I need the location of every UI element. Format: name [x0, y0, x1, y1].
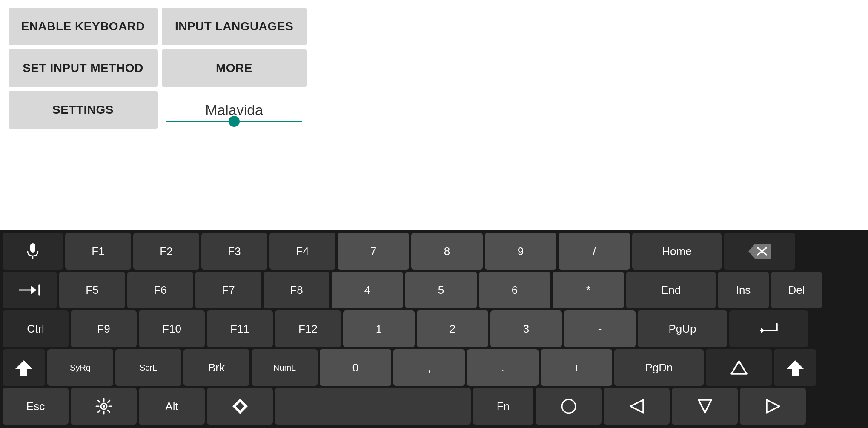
num6-key[interactable]: 6 [479, 272, 550, 308]
f8-key[interactable]: F8 [264, 272, 329, 308]
shift-left-key[interactable] [3, 349, 45, 386]
ctrl-key[interactable]: Ctrl [3, 310, 69, 347]
num5-key[interactable]: 5 [405, 272, 477, 308]
triangle-up-key[interactable] [706, 349, 772, 386]
triangle-left-key[interactable] [604, 388, 670, 425]
circle-key[interactable] [536, 388, 602, 425]
comma-key[interactable]: , [393, 349, 465, 386]
keyboard-row-3: Ctrl F9 F10 F11 F12 1 2 3 - PgUp [3, 310, 865, 347]
pgdn-key[interactable]: PgDn [614, 349, 704, 386]
svg-marker-32 [767, 400, 779, 413]
f12-key[interactable]: F12 [275, 310, 341, 347]
f4-key[interactable]: F4 [269, 233, 335, 270]
triangle-down-key[interactable] [672, 388, 738, 425]
num9-key[interactable]: 9 [485, 233, 556, 270]
svg-line-26 [98, 410, 100, 412]
num0-label: 0 [352, 361, 358, 374]
circle-icon [560, 398, 577, 415]
svg-marker-31 [699, 400, 711, 413]
mic-icon [26, 243, 40, 259]
num7-key[interactable]: 7 [338, 233, 409, 270]
shift-right-key[interactable] [774, 349, 816, 386]
num7-label: 7 [370, 245, 376, 258]
num0-key[interactable]: 0 [320, 349, 391, 386]
brk-key[interactable]: Brk [183, 349, 249, 386]
syrq-key[interactable]: SyRq [47, 349, 113, 386]
alt-label: Alt [165, 400, 178, 413]
pgup-key[interactable]: PgUp [638, 310, 727, 347]
settings-button[interactable]: SETTINGS [9, 91, 158, 129]
numl-key[interactable]: NumL [252, 349, 318, 386]
backspace-key[interactable] [724, 233, 795, 270]
keyboard-row-4: SyRq ScrL Brk NumL 0 , . + PgDn [3, 349, 865, 386]
svg-marker-30 [630, 400, 643, 413]
triangle-right-icon [765, 398, 781, 414]
scrl-key[interactable]: ScrL [115, 349, 181, 386]
scrl-label: ScrL [140, 363, 157, 373]
f10-key[interactable]: F10 [139, 310, 205, 347]
diamond-key[interactable] [207, 388, 273, 425]
asterisk-key[interactable]: * [553, 272, 624, 308]
plus-key[interactable]: + [541, 349, 612, 386]
num3-key[interactable]: 3 [490, 310, 562, 347]
del-label: Del [788, 284, 805, 297]
triangle-right-key[interactable] [740, 388, 806, 425]
f7-label: F7 [222, 284, 235, 297]
f5-label: F5 [86, 284, 98, 297]
syrq-label: SyRq [70, 363, 91, 373]
minus-label: - [598, 322, 602, 336]
keyboard-row-2: F5 F6 F7 F8 4 5 6 * End Ins Del [3, 272, 865, 308]
alt-key[interactable]: Alt [139, 388, 205, 425]
fn-key[interactable]: Fn [473, 388, 533, 425]
f2-key[interactable]: F2 [133, 233, 199, 270]
keyboard-row-1: F1 F2 F3 F4 7 8 9 / Home [3, 233, 865, 270]
f5-key[interactable]: F5 [59, 272, 125, 308]
home-label: Home [662, 245, 691, 258]
set-input-method-button[interactable]: SET INPUT METHOD [9, 49, 158, 87]
enter-key[interactable] [729, 310, 808, 347]
num2-key[interactable]: 2 [417, 310, 488, 347]
period-key[interactable]: . [467, 349, 539, 386]
malavida-underline [166, 121, 302, 122]
diamond-icon [231, 397, 249, 415]
svg-line-24 [108, 410, 109, 412]
f1-key[interactable]: F1 [65, 233, 131, 270]
home-key[interactable]: Home [632, 233, 722, 270]
num2-label: 2 [450, 322, 455, 336]
esc-key[interactable]: Esc [3, 388, 69, 425]
f9-label: F9 [97, 322, 110, 336]
more-button[interactable]: MORE [162, 49, 307, 87]
ins-key[interactable]: Ins [718, 272, 769, 308]
malavida-dot [229, 116, 240, 127]
f11-key[interactable]: F11 [207, 310, 273, 347]
tab-key[interactable] [3, 272, 57, 308]
f6-label: F6 [154, 284, 166, 297]
f7-key[interactable]: F7 [195, 272, 261, 308]
settings-icon [95, 398, 112, 415]
mic-key[interactable] [3, 233, 63, 270]
svg-line-23 [98, 400, 100, 402]
input-languages-button[interactable]: INPUT LANGUAGES [162, 8, 307, 45]
f3-key[interactable]: F3 [201, 233, 267, 270]
end-key[interactable]: End [626, 272, 716, 308]
f11-label: F11 [230, 322, 249, 336]
num3-label: 3 [523, 322, 529, 336]
slash-key[interactable]: / [559, 233, 630, 270]
f9-key[interactable]: F9 [71, 310, 137, 347]
comma-label: , [427, 361, 430, 374]
ins-label: Ins [736, 284, 751, 297]
pgdn-label: PgDn [645, 361, 673, 374]
f6-key[interactable]: F6 [127, 272, 193, 308]
asterisk-label: * [586, 284, 590, 297]
svg-marker-16 [787, 360, 804, 376]
num4-key[interactable]: 4 [332, 272, 403, 308]
num1-key[interactable]: 1 [343, 310, 415, 347]
del-key[interactable]: Del [771, 272, 822, 308]
space-key[interactable]: space [275, 388, 471, 425]
num8-key[interactable]: 8 [411, 233, 483, 270]
svg-point-18 [103, 405, 105, 408]
ctrl-label: Ctrl [27, 322, 44, 336]
enable-keyboard-button[interactable]: ENABLE KEYBOARD [9, 8, 158, 45]
settings-kbd-key[interactable] [71, 388, 137, 425]
minus-key[interactable]: - [564, 310, 636, 347]
